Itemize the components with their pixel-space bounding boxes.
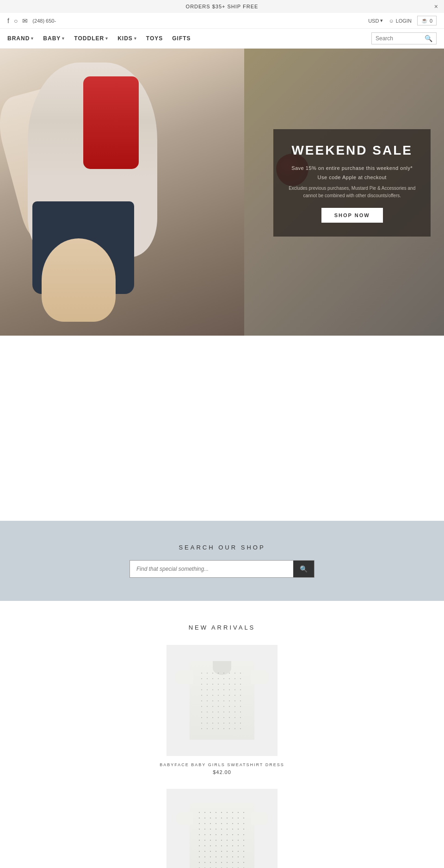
facebook-icon[interactable]: f [7,17,9,25]
product-card-romper[interactable]: BABYFACE BABY GIRLS ROMPER $42.00 [153,789,291,868]
nav-item-kids[interactable]: KIDS ▾ [117,35,137,42]
phone-number: (248) 650- [32,18,56,24]
nav-brand-chevron: ▾ [31,36,34,41]
currency-chevron-icon: ▾ [380,18,383,24]
login-label: LOGIN [396,18,412,24]
nav-item-toddler[interactable]: TODDLER ▾ [74,35,108,42]
dress-sleeve-left [176,670,193,684]
sale-title: WEEKEND SALE [286,143,418,158]
nav-toys-label: TOYS [146,35,163,42]
search-section-input[interactable] [130,561,293,577]
dress-pattern [199,670,245,731]
announcement-bar: ORDERS $35+ SHIP FREE × [0,0,444,13]
nav-gifts-label: GIFTS [172,35,191,42]
product-image-romper [166,789,278,868]
close-announcement-button[interactable]: × [434,3,438,10]
announcement-text: ORDERS $35+ SHIP FREE [186,4,259,9]
product-name-dress: BABYFACE BABY GIRLS SWEATSHIRT DRESS [153,762,291,767]
currency-label: USD [368,18,379,24]
sale-overlay: WEEKEND SALE Save 15% on entire purchase… [273,129,431,237]
utility-right: USD ▾ ☺ LOGIN ☕ 0 [368,16,437,25]
nav-toddler-label: TODDLER [74,35,104,42]
cart-icon: ☕ [421,18,428,24]
search-input[interactable] [376,35,422,42]
child-knee [42,238,116,322]
shop-now-button[interactable]: SHOP NOW [321,208,383,223]
nav-toddler-chevron: ▾ [105,36,108,41]
romper-sleeve-left [177,812,193,825]
nav-brand-label: BRAND [7,35,30,42]
hero-section: WEEKEND SALE Save 15% on entire purchase… [0,49,444,336]
login-button[interactable]: ☺ LOGIN [388,18,411,24]
main-nav: BRAND ▾ BABY ▾ TODDLER ▾ KIDS ▾ TOYS GIF… [0,29,444,49]
sale-code: Use code Apple at checkout [286,175,418,180]
nav-item-toys[interactable]: TOYS [146,35,163,42]
product-price-dress: $42.00 [153,769,291,775]
romper-illustration [190,803,254,868]
child-backpack [83,76,139,169]
new-arrivals-section: NEW ARRIVALS BABYFACE BABY GIRLS SWEATSH… [0,601,444,868]
romper-sleeve-right [251,812,267,825]
search-box: 🔍 [371,32,437,44]
product-list: BABYFACE BABY GIRLS SWEATSHIRT DRESS $42… [9,645,435,868]
romper-pattern [197,810,247,868]
nav-kids-chevron: ▾ [134,36,137,41]
nav-baby-label: BABY [43,35,61,42]
nav-items: BRAND ▾ BABY ▾ TODDLER ▾ KIDS ▾ TOYS GIF… [7,35,191,42]
email-icon[interactable]: ✉ [22,17,28,25]
dress-illustration [190,661,254,740]
utility-bar: f ○ ✉ (248) 650- USD ▾ ☺ LOGIN ☕ 0 [0,13,444,29]
utility-left: f ○ ✉ (248) 650- [7,17,56,25]
search-section-form: 🔍 [130,560,314,578]
instagram-icon[interactable]: ○ [14,17,18,25]
nav-item-baby[interactable]: BABY ▾ [43,35,65,42]
product-card-dress[interactable]: BABYFACE BABY GIRLS SWEATSHIRT DRESS $42… [153,645,291,775]
user-icon: ☺ [388,18,394,24]
product-image-dress [166,645,278,756]
cart-count: 0 [430,18,432,24]
search-section-button[interactable]: 🔍 [293,561,314,577]
search-icon[interactable]: 🔍 [425,35,432,42]
nav-kids-label: KIDS [117,35,133,42]
currency-selector[interactable]: USD ▾ [368,18,383,24]
nav-baby-chevron: ▾ [62,36,65,41]
child-figure [9,62,208,331]
cart-button[interactable]: ☕ 0 [417,16,437,25]
content-gap [0,336,444,521]
sale-description: Save 15% on entire purchase this weekend… [286,164,418,172]
hero-background [0,49,244,336]
search-section: SEARCH OUR SHOP 🔍 [0,521,444,601]
search-section-title: SEARCH OUR SHOP [9,544,435,551]
sale-note: Excludes previous purchases, Mustard Pie… [286,185,418,200]
new-arrivals-title: NEW ARRIVALS [9,624,435,631]
nav-item-brand[interactable]: BRAND ▾ [7,35,34,42]
nav-item-gifts[interactable]: GIFTS [172,35,191,42]
dress-sleeve-right [251,670,268,684]
